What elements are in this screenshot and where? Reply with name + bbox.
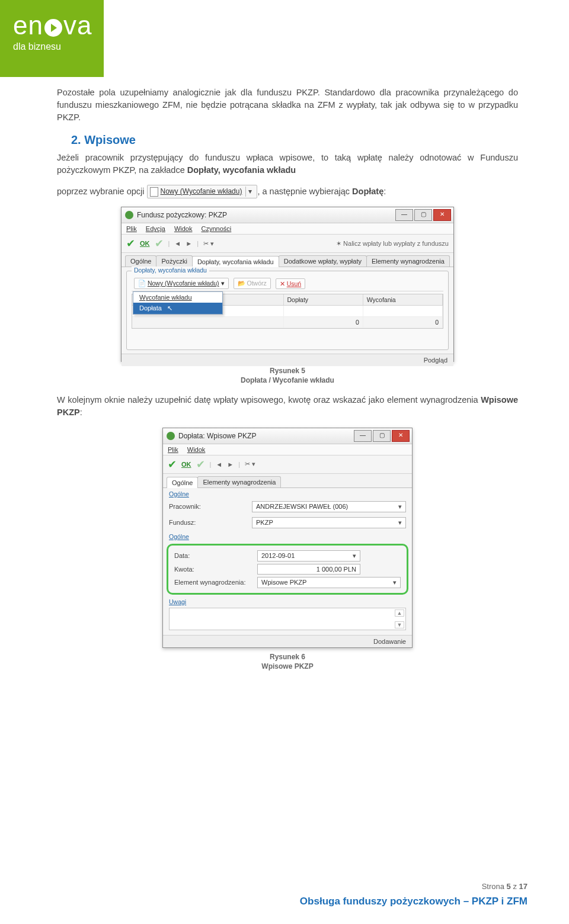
sep2: |	[197, 240, 199, 247]
menu-czynnosci[interactable]: Czynności	[202, 225, 232, 232]
ok-button[interactable]: OK	[140, 240, 150, 247]
ok-button2[interactable]: OK	[181, 461, 191, 468]
lbl-kwota: Kwota:	[174, 566, 257, 573]
close-button[interactable]: ✕	[433, 209, 451, 221]
p3-a: W kolejnym oknie należy uzupełnić datę w…	[57, 395, 481, 405]
nav-fwd-icon[interactable]: ►	[186, 240, 192, 247]
mi-wycofanie-label: Wycofanie wkładu	[139, 294, 192, 301]
tools-icon[interactable]: ✂ ▾	[203, 240, 214, 248]
check-icon: ✔	[126, 237, 135, 250]
g3-text: Uwagi	[169, 598, 186, 605]
table-row-sum: 0 0	[132, 317, 443, 328]
tab-elementy[interactable]: Elementy wynagrodzenia	[366, 255, 450, 267]
caption-2b: Wpisowe PKZP	[57, 662, 518, 670]
content: Pozostałe pola uzupełniamy analogicznie …	[0, 77, 569, 670]
p3-c: :	[80, 408, 82, 417]
menu-widok-label: Widok	[174, 225, 193, 232]
nalicz-label: Nalicz wpłaty lub wypłaty z funduszu	[343, 240, 449, 247]
ok-label: OK	[140, 240, 150, 247]
g2-text: Ogólne	[169, 533, 189, 540]
page: enva dla biznesu Pozostałe pola uzupełni…	[0, 0, 569, 924]
close-button2[interactable]: ✕	[392, 430, 410, 442]
toolbar2: ✔ OK ✔ | ◄ ► | ✂ ▾	[163, 455, 412, 474]
menubar2: Plik Widok	[163, 444, 412, 455]
logo-badge: enva dla biznesu	[0, 0, 104, 77]
list-new-button[interactable]: 📄 Nowy (Wycofanie wkładu) ▾	[134, 278, 229, 289]
menu-widok[interactable]: Widok	[174, 225, 193, 232]
list-delete-button[interactable]: ✕ Usuń	[276, 278, 305, 289]
row-data: Data: 2012-09-01▾	[171, 549, 404, 563]
tab-ogolne[interactable]: Ogólne	[125, 255, 156, 267]
titlebar2: Dopłata: Wpisowe PKZP — ▢ ✕	[163, 428, 412, 444]
tab-pozyczki[interactable]: Pożyczki	[156, 255, 192, 267]
menubar: Plik Edycja Widok Czynności	[122, 223, 453, 235]
highlight-box: Data: 2012-09-01▾ Kwota: 1 000,00 PLN El…	[167, 544, 408, 595]
list-delete-label: Usuń	[287, 280, 302, 287]
tab2-elementy[interactable]: Elementy wynagrodzenia	[197, 476, 281, 487]
inline-new-button[interactable]: Nowy (Wycofanie wkładu)▾	[147, 185, 258, 198]
minimize-button[interactable]: —	[395, 209, 413, 221]
menu2-plik[interactable]: Plik	[168, 446, 178, 453]
row-pracownik: Pracownik: ANDRZEJEWSKI PAWEŁ (006)▾	[163, 499, 412, 515]
menu-czynnosci-label: Czynności	[202, 225, 232, 232]
row-element: Element wynagrodzenia: Wpisowe PKZP▾	[171, 576, 404, 589]
menu2-widok[interactable]: Widok	[187, 446, 206, 453]
screenshot-fundusz: Fundusz pożyczkowy: PKZP — ▢ ✕ Plik Edyc…	[121, 207, 454, 362]
menu-item-doplata[interactable]: Dopłata ↖	[133, 303, 222, 314]
tab-dodatkowe[interactable]: Dodatkowe wpłaty, wypłaty	[279, 255, 367, 267]
list-open-button[interactable]: 📂 Otwórz	[234, 278, 271, 289]
menu2-widok-label: Widok	[187, 446, 206, 453]
check-icon2: ✔	[168, 458, 177, 471]
spinner-down-icon[interactable]: ▼	[395, 621, 404, 628]
maximize-button2[interactable]: ▢	[373, 430, 391, 442]
field-fundusz[interactable]: PKZP▾	[252, 517, 406, 528]
tab-doplaty[interactable]: Dopłaty, wycofania wkładu	[192, 256, 279, 267]
field-kwota[interactable]: 1 000,00 PLN	[257, 564, 360, 575]
lbl-pracownik: Pracownik:	[169, 503, 252, 510]
section-heading: 2. Wpisowe	[71, 133, 518, 147]
brand-left: en	[13, 11, 43, 40]
field-data[interactable]: 2012-09-01▾	[257, 550, 360, 562]
tab2-ogolne[interactable]: Ogólne	[167, 477, 198, 488]
tools2-icon[interactable]: ✂ ▾	[245, 460, 255, 468]
menu-item-wycofanie[interactable]: Wycofanie wkładu	[133, 292, 222, 303]
col-doplaty: Dopłaty	[284, 294, 363, 305]
lbl-data: Data:	[174, 552, 257, 559]
sum-0	[132, 317, 284, 328]
sum-2: 0	[363, 317, 443, 328]
uwagi-textarea[interactable]: ▲ ▼	[169, 608, 406, 630]
page-icon	[150, 187, 158, 197]
p2-d: , a następnie wybierając	[257, 187, 352, 196]
caption-1b: Dopłata / Wycofanie wkładu	[57, 376, 518, 384]
window-title2: Dopłata: Wpisowe PKZP	[178, 432, 256, 440]
menu-plik[interactable]: Plik	[126, 225, 137, 232]
check2-icon2: ✔	[196, 458, 205, 471]
p2-f: :	[383, 187, 386, 196]
caption-2a: Rysunek 6	[57, 653, 518, 661]
tabs: Ogólne Pożyczki Dopłaty, wycofania wkład…	[122, 253, 453, 267]
nav-fwd2-icon[interactable]: ►	[227, 461, 234, 468]
val-data: 2012-09-01	[261, 552, 295, 559]
group2-label-1: Ogólne	[163, 488, 412, 499]
footer-title: Obsługa funduszy pożyczkowych – PKZP i Z…	[300, 896, 528, 907]
cell-2	[363, 306, 443, 316]
check2-icon: ✔	[155, 237, 164, 250]
row-fundusz: Fundusz: PKZP▾	[163, 515, 412, 531]
field-pracownik[interactable]: ANDRZEJEWSKI PAWEŁ (006)▾	[252, 501, 406, 512]
nav-back-icon[interactable]: ◄	[174, 240, 181, 247]
val-fundusz: PKZP	[256, 519, 273, 526]
menu-plik-label: Plik	[126, 225, 137, 232]
minimize-button2[interactable]: —	[354, 430, 372, 442]
field-element[interactable]: Wpisowe PKZP▾	[257, 577, 401, 588]
titlebar: Fundusz pożyczkowy: PKZP — ▢ ✕	[122, 207, 453, 223]
sep: |	[168, 240, 170, 247]
footer: Strona 5 z 17 Obsługa funduszy pożyczkow…	[300, 882, 528, 907]
list-new-label: Nowy (Wycofanie wkładu)	[148, 280, 219, 287]
spinner-up-icon[interactable]: ▲	[395, 609, 404, 617]
maximize-button[interactable]: ▢	[414, 209, 432, 221]
nav-back2-icon[interactable]: ◄	[216, 461, 222, 468]
nalicz-button[interactable]: ✶ Nalicz wpłaty lub wypłaty z funduszu	[336, 240, 449, 248]
chevron-down-icon: ▾	[398, 519, 402, 527]
logo-sub: dla biznesu	[13, 41, 94, 52]
menu-edycja[interactable]: Edycja	[146, 225, 165, 232]
